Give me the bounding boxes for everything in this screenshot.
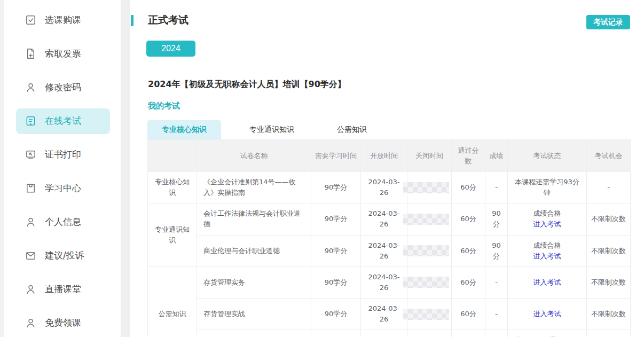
close-time-cell [407, 235, 452, 267]
sidebar-item-1[interactable]: 选课购课 [4, 3, 121, 37]
sidebar-item-8[interactable]: 建议/投诉 [4, 239, 121, 272]
user-icon [24, 216, 37, 229]
sidebar-item-3[interactable]: 修改密码 [4, 70, 121, 104]
mail-icon [24, 249, 37, 262]
exam-status-text: 成绩合格 [512, 240, 582, 251]
user-icon [24, 317, 37, 330]
exam-status-cell: 成绩合格进入考试 [508, 235, 587, 267]
enter-exam-link[interactable]: 进入考试 [533, 219, 561, 230]
sidebar-item-7[interactable]: 个人信息 [4, 205, 121, 239]
close-time-cell [407, 330, 452, 337]
close-time-cell [407, 172, 452, 203]
sidebar-item-label: 直播课堂 [45, 283, 81, 295]
sidebar-item-4[interactable]: 在线考试 [4, 104, 121, 138]
main-content: 正式考试 考试记录 2024 2024年【初级及无职称会计人员】培训【90学分】… [130, 0, 644, 337]
exam-chances-cell: 不限制次数 [587, 267, 631, 298]
pass-score-cell: 60分 [452, 330, 485, 337]
sidebar-item-2[interactable]: 索取发票 [4, 37, 121, 70]
blurred-close-time [403, 245, 449, 256]
exam-status-cell: 进入考试 [508, 267, 587, 298]
title-row: 正式考试 [130, 13, 644, 27]
table-row: 专业核心知识《企业会计准则第14号——收入》实操指南90学分2024-03-26… [148, 172, 631, 203]
study-time-cell: 90学分 [311, 267, 361, 298]
table-header-cell: 成绩 [485, 140, 508, 172]
blurred-close-time [403, 277, 449, 288]
exam-name-cell: 会计工作法律法规与会计职业道德 [197, 203, 311, 235]
exam-chances-cell: - [587, 330, 631, 337]
page-title: 正式考试 [148, 13, 189, 27]
exam-chances-cell: 不限制次数 [587, 235, 631, 267]
close-time-cell [407, 299, 452, 330]
exam-chances-cell: 不限制次数 [587, 203, 631, 235]
sidebar-item-label: 免费领课 [45, 317, 81, 329]
sidebar-item-9[interactable]: 直播课堂 [4, 272, 121, 306]
my-exams-label[interactable]: 我的考试 [148, 101, 644, 111]
table-header-cell: 通过分数 [452, 140, 485, 172]
blurred-close-time [403, 309, 449, 320]
open-time-cell: 2024-03-26 [361, 235, 407, 267]
year-2024-button[interactable]: 2024 [146, 41, 195, 57]
table-header-cell: 考试状态 [508, 140, 587, 172]
tab-3[interactable]: 公需知识 [323, 120, 381, 139]
print-icon [24, 148, 37, 161]
open-time-cell: 2024-03-26 [361, 267, 407, 298]
tab-1[interactable]: 专业核心知识 [147, 120, 221, 139]
score-cell: - [485, 267, 508, 298]
sidebar-item-5[interactable]: 证书打印 [4, 138, 121, 171]
sidebar-item-label: 索取发票 [45, 48, 81, 60]
enter-exam-link[interactable]: 进入考试 [533, 251, 561, 262]
study-time-cell: 90学分 [311, 235, 361, 267]
sidebar-item-label: 选课购课 [45, 14, 81, 26]
exam-name-cell: 《企业会计准则第14号——收入》实操指南 [197, 172, 311, 203]
exam-status-cell: 成绩合格进入考试 [508, 203, 587, 235]
category-cell: 公需知识 [148, 267, 197, 337]
table-header-cell [148, 140, 197, 172]
tab-2[interactable]: 专业通识知识 [235, 120, 309, 139]
exam-status-text: 成绩合格 [512, 208, 582, 219]
table-header-cell: 关闭时间 [407, 140, 452, 172]
left-edge-gutter [0, 0, 4, 337]
pass-score-cell: 60分 [452, 235, 485, 267]
pass-score-cell: 60分 [452, 267, 485, 298]
sidebar-item-label: 个人信息 [45, 216, 81, 228]
enter-exam-link[interactable]: 进入考试 [533, 309, 561, 319]
study-time-cell: 90学分 [311, 203, 361, 235]
pass-score-cell: 60分 [452, 299, 485, 330]
exam-status-cell: 本课程还需学习23分钟 [508, 330, 587, 337]
exam-status-cell: 进入考试 [508, 299, 587, 330]
blurred-close-time [403, 214, 449, 225]
category-cell: 专业核心知识 [148, 172, 197, 203]
sidebar-item-10[interactable]: 免费领课 [4, 306, 121, 337]
table-row: 商业伦理与会计职业道德90学分2024-03-2660分90分成绩合格进入考试不… [148, 235, 631, 267]
sidebar: 选课购课索取发票修改密码在线考试证书打印学习中心个人信息建议/投诉直播课堂免费领… [4, 0, 121, 337]
exam-records-button[interactable]: 考试记录 [586, 15, 630, 29]
exam-status-cell: 本课程还需学习93分钟 [508, 172, 587, 203]
exam-table-wrap: 试卷名称需要学习时间开放时间关闭时间通过分数成绩考试状态考试机会 专业核心知识《… [147, 139, 630, 337]
open-time-cell: 2024-03-26 [361, 172, 407, 203]
checkbox-icon [24, 14, 37, 27]
exam-name-cell: 存货管理实务 [197, 267, 311, 298]
table-header-cell: 开放时间 [361, 140, 407, 172]
sidebar-item-label: 建议/投诉 [45, 249, 84, 262]
blurred-close-time [403, 182, 449, 193]
bookmark-icon [24, 182, 37, 195]
exam-name-cell: 工商年报填写及申报实操 [197, 330, 311, 337]
user-icon [24, 81, 37, 94]
exam-icon [24, 115, 37, 128]
score-cell: - [485, 172, 508, 203]
open-time-cell: 2024-03-26 [361, 330, 407, 337]
exam-chances-cell: - [587, 172, 631, 203]
exam-table: 试卷名称需要学习时间开放时间关闭时间通过分数成绩考试状态考试机会 专业核心知识《… [147, 139, 631, 337]
score-cell: - [485, 330, 508, 337]
exam-name-cell: 商业伦理与会计职业道德 [197, 235, 311, 267]
exam-status-text: 本课程还需学习23分钟 [512, 335, 582, 337]
enter-exam-link[interactable]: 进入考试 [533, 277, 561, 288]
study-time-cell: 90学分 [311, 172, 361, 203]
table-header-cell: 需要学习时间 [311, 140, 361, 172]
sidebar-content-divider [121, 0, 130, 337]
sidebar-item-6[interactable]: 学习中心 [4, 171, 121, 205]
table-header-cell: 试卷名称 [197, 140, 311, 172]
open-time-cell: 2024-03-26 [361, 299, 407, 330]
study-time-cell: 90学分 [311, 330, 361, 337]
table-row: 专业通识知识会计工作法律法规与会计职业道德90学分2024-03-2660分90… [148, 203, 631, 235]
